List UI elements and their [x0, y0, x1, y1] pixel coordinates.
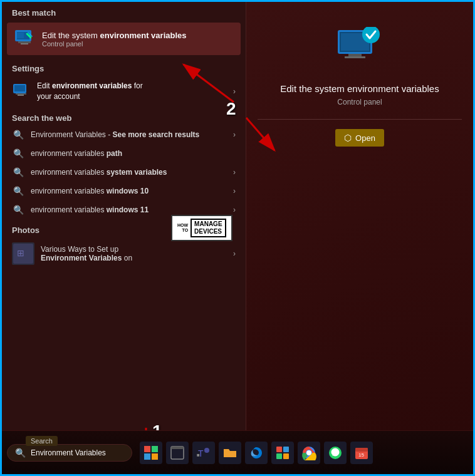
- search-icon-4: 🔍: [12, 186, 24, 196]
- search-icon-3: 🔍: [12, 167, 24, 177]
- photo-item[interactable]: ⊞ Various Ways to Set upEnvironment Vari…: [2, 237, 246, 270]
- right-panel-icon: [335, 27, 385, 71]
- howto-logo: HOW TO MANAGE DEVICES: [171, 215, 232, 241]
- whatsapp-icon[interactable]: [324, 442, 347, 464]
- settings-env-item[interactable]: Edit environment variables foryour accou…: [2, 76, 246, 107]
- web-arrow-4: ›: [233, 187, 236, 195]
- search-icon-2: 🔍: [12, 148, 24, 158]
- open-button[interactable]: ⬡ Open: [335, 129, 384, 147]
- svg-rect-3: [21, 43, 28, 44]
- web-search-item-4[interactable]: 🔍 environment variables windows 10 ›: [2, 182, 246, 200]
- svg-text:15: 15: [358, 452, 364, 458]
- svg-text:■: ■: [197, 452, 200, 458]
- best-match-title: Edit the system environment variables: [42, 31, 186, 40]
- svg-rect-33: [224, 451, 236, 457]
- svg-rect-17: [345, 56, 365, 58]
- svg-rect-2: [18, 41, 31, 43]
- open-label: Open: [355, 133, 375, 143]
- svg-rect-34: [276, 447, 282, 452]
- ms-store-icon[interactable]: [140, 442, 162, 464]
- search-icon-5: 🔍: [12, 205, 24, 215]
- svg-rect-24: [144, 446, 150, 452]
- taskbar-icons: T ■: [140, 442, 373, 464]
- right-panel: Edit the system environment variables Co…: [246, 2, 473, 434]
- svg-text:⊞: ⊞: [17, 248, 24, 258]
- taskbar-search-bar[interactable]: 🔍: [7, 444, 132, 462]
- web-arrow-5: ›: [233, 205, 236, 214]
- best-match-item[interactable]: Edit the system environment variables Co…: [7, 23, 241, 55]
- system-env-icon: [13, 28, 36, 50]
- photo-text: Various Ways to Set upEnvironment Variab…: [41, 245, 132, 262]
- web-search-text-5: environment variables windows 11: [31, 205, 227, 214]
- edge-icon[interactable]: [245, 442, 268, 464]
- folder-icon[interactable]: [219, 442, 241, 464]
- svg-rect-36: [276, 453, 282, 459]
- calendar-icon[interactable]: 15: [350, 442, 373, 464]
- svg-rect-37: [283, 453, 289, 459]
- svg-rect-35: [283, 447, 289, 452]
- settings-header: Settings: [2, 58, 246, 76]
- settings-env-text: Edit environment variables foryour accou…: [37, 81, 227, 102]
- svg-rect-16: [348, 54, 362, 56]
- right-panel-title: Edit the system environment variables: [268, 83, 451, 94]
- taskbar: 🔍 T: [2, 430, 473, 474]
- svg-rect-8: [18, 95, 24, 96]
- svg-rect-6: [14, 85, 25, 91]
- search-icon-1: 🔍: [12, 130, 24, 140]
- web-search-text-3: environment variables system variables: [31, 168, 227, 177]
- screen: Best match Edit the system environment v…: [2, 2, 473, 474]
- teams-icon[interactable]: T ■: [192, 442, 215, 464]
- chrome-icon[interactable]: [298, 442, 320, 464]
- web-arrow-3: ›: [233, 168, 236, 177]
- svg-rect-4: [16, 33, 24, 38]
- svg-rect-26: [144, 453, 150, 460]
- taskbar-search-input[interactable]: [31, 448, 112, 457]
- search-web-header: Search the web: [2, 107, 246, 125]
- svg-rect-27: [152, 453, 158, 460]
- settings-env-title: Edit environment variables foryour accou…: [37, 81, 227, 102]
- svg-point-39: [306, 450, 311, 455]
- search-button[interactable]: Search: [26, 436, 58, 446]
- panel-divider: [258, 119, 462, 120]
- apps-icon[interactable]: [271, 442, 294, 464]
- svg-rect-25: [152, 446, 158, 452]
- svg-rect-42: [355, 448, 368, 452]
- web-arrow-1: ›: [233, 130, 236, 139]
- web-search-text-1: Environment Variables - See more search …: [31, 130, 227, 139]
- annotation-2: 2: [226, 99, 236, 119]
- web-search-text-2: environment variables path: [31, 149, 236, 158]
- svg-rect-7: [16, 93, 26, 95]
- best-match-text: Edit the system environment variables Co…: [42, 31, 186, 48]
- best-match-subtitle: Control panel: [42, 40, 186, 48]
- settings-arrow-icon: ›: [233, 87, 236, 96]
- svg-rect-29: [171, 447, 184, 449]
- photo-arrow: ›: [233, 249, 236, 258]
- open-icon: ⬡: [344, 133, 352, 143]
- window-icon[interactable]: [166, 442, 189, 464]
- web-search-item-1[interactable]: 🔍 Environment Variables - See more searc…: [2, 125, 246, 144]
- taskbar-search-icon: 🔍: [15, 448, 26, 458]
- web-search-text-4: environment variables windows 10: [31, 187, 227, 195]
- best-match-header: Best match: [2, 2, 246, 20]
- svg-point-31: [204, 448, 209, 453]
- settings-env-icon: [12, 82, 31, 101]
- right-panel-subtitle: Control panel: [337, 98, 382, 106]
- web-search-item-2[interactable]: 🔍 environment variables path: [2, 144, 246, 163]
- photo-title: Various Ways to Set upEnvironment Variab…: [41, 245, 132, 262]
- web-search-item-3[interactable]: 🔍 environment variables system variables…: [2, 163, 246, 182]
- photo-icon: ⊞: [12, 242, 34, 265]
